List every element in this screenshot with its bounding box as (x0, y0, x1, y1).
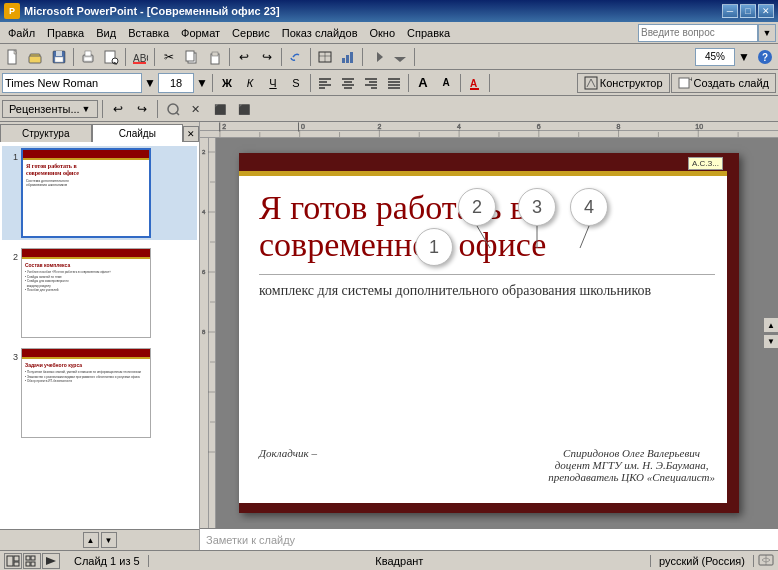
help-search-input[interactable] (638, 24, 758, 42)
svg-marker-107 (46, 557, 56, 565)
insert-chart[interactable] (337, 46, 359, 68)
align-right[interactable] (360, 72, 382, 94)
tab-structure[interactable]: Структура (0, 124, 92, 142)
notes-area[interactable]: Заметки к слайду (200, 528, 778, 550)
slide-sorter-button[interactable] (23, 553, 41, 569)
svg-text:6: 6 (537, 122, 541, 129)
new-slide-button[interactable]: + Создать слайд (671, 73, 776, 93)
svg-rect-24 (346, 55, 349, 63)
slide-thumb-2[interactable]: 2 Состав комплекса • Учебное пособие «Я … (2, 246, 197, 340)
increase-font[interactable]: A (412, 72, 434, 94)
callout-1: 1 (415, 228, 453, 266)
svg-rect-6 (56, 51, 62, 56)
slides-scroll-down[interactable]: ▼ (101, 532, 117, 548)
tb3-redo[interactable]: ↪ (131, 98, 153, 120)
font-color[interactable]: A (464, 72, 486, 94)
redo-button[interactable]: ↪ (256, 46, 278, 68)
separator2 (125, 48, 126, 66)
font-size-input[interactable] (158, 73, 194, 93)
copy-button[interactable] (181, 46, 203, 68)
collapse-button[interactable] (389, 46, 411, 68)
preview-button[interactable] (100, 46, 122, 68)
print-button[interactable] (77, 46, 99, 68)
menu-view[interactable]: Вид (90, 25, 122, 41)
tb3-btn4[interactable]: ⬛ (234, 98, 256, 120)
menu-window[interactable]: Окно (364, 25, 402, 41)
designer-button[interactable]: Конструктор (577, 73, 670, 93)
view-buttons (4, 553, 60, 569)
open-button[interactable] (25, 46, 47, 68)
slides-list: 1 Я готов работать всовременном офисе Си… (0, 142, 199, 529)
title-bar: P Microsoft PowerPoint - [Современный оф… (0, 0, 778, 22)
save-button[interactable] (48, 46, 70, 68)
bold-button[interactable]: Ж (216, 72, 238, 94)
cut-button[interactable]: ✂ (158, 46, 180, 68)
new-button[interactable] (2, 46, 24, 68)
paste-button[interactable] (204, 46, 226, 68)
italic-button[interactable]: К (239, 72, 261, 94)
tb3-btn1[interactable] (162, 98, 184, 120)
tabs-header: Структура Слайды ✕ (0, 122, 199, 142)
close-button[interactable]: ✕ (758, 4, 774, 18)
window-title: Microsoft PowerPoint - [Современный офис… (24, 5, 280, 17)
slides-scroll-up[interactable]: ▲ (83, 532, 99, 548)
align-left[interactable] (314, 72, 336, 94)
font-name-input[interactable] (2, 73, 142, 93)
svg-text:⬛: ⬛ (214, 103, 227, 116)
callout-3: 3 (518, 188, 556, 226)
spell-button[interactable]: ABC (129, 46, 151, 68)
expand-button[interactable] (366, 46, 388, 68)
underline-button[interactable]: Ч (262, 72, 284, 94)
separator-tb3-2 (157, 100, 158, 118)
tabs-close-button[interactable]: ✕ (183, 126, 199, 142)
menu-tools[interactable]: Сервис (226, 25, 276, 41)
slide-thumb-3[interactable]: 3 Задачи учебного курса • Получение базо… (2, 346, 197, 440)
normal-view-button[interactable] (4, 553, 22, 569)
standard-toolbar: ABC ✂ ↩ ↪ ▼ ? (0, 44, 778, 70)
strikethrough-button[interactable]: S (285, 72, 307, 94)
app-icon: P (4, 3, 20, 19)
font-size-dropdown[interactable]: ▼ (195, 72, 209, 94)
help-search-box: ▼ (638, 24, 776, 42)
zoom-dropdown[interactable]: ▼ (737, 46, 751, 68)
separator5 (281, 48, 282, 66)
undo-button[interactable]: ↩ (233, 46, 255, 68)
scroll-down-button[interactable]: ▼ (763, 333, 778, 349)
maximize-button[interactable]: □ (740, 4, 756, 18)
svg-rect-102 (14, 562, 19, 566)
align-center[interactable] (337, 72, 359, 94)
menu-edit[interactable]: Правка (41, 25, 90, 41)
scroll-up-button[interactable]: ▲ (763, 317, 778, 333)
menu-bar: Файл Правка Вид Вставка Формат Сервис По… (0, 22, 778, 44)
font-name-dropdown[interactable]: ▼ (143, 72, 157, 94)
slide-thumb-1[interactable]: 1 Я готов работать всовременном офисе Си… (2, 146, 197, 240)
menu-slideshow[interactable]: Показ слайдов (276, 25, 364, 41)
separator6 (310, 48, 311, 66)
tb3-undo[interactable]: ↩ (107, 98, 129, 120)
help-search-button[interactable]: ▼ (758, 24, 776, 42)
insert-table[interactable] (314, 46, 336, 68)
separator1 (73, 48, 74, 66)
menu-format[interactable]: Формат (175, 25, 226, 41)
menu-help[interactable]: Справка (401, 25, 456, 41)
tb3-btn2[interactable]: ✕ (186, 98, 208, 120)
decrease-font[interactable]: A (435, 72, 457, 94)
justify[interactable] (383, 72, 405, 94)
zoom-input[interactable] (695, 48, 735, 66)
svg-rect-23 (342, 58, 345, 63)
status-bar: Слайд 1 из 5 Квадрант русский (Россия) (0, 550, 778, 570)
content-area: │2 │0 2 4 6 8 10 (200, 122, 778, 550)
svg-text:10: 10 (695, 122, 703, 129)
hyperlink-button[interactable] (285, 46, 307, 68)
tab-slides[interactable]: Слайды (92, 124, 184, 142)
menu-insert[interactable]: Вставка (122, 25, 175, 41)
svg-rect-106 (31, 562, 35, 566)
help-button[interactable]: ? (754, 46, 776, 68)
reviewer-button[interactable]: Рецензенты... ▼ (2, 100, 98, 118)
tb3-btn3[interactable]: ⬛ (210, 98, 232, 120)
scroll-thumb[interactable] (763, 333, 778, 335)
slideshow-button[interactable] (42, 553, 60, 569)
comment-badge[interactable]: А.С.З... (688, 157, 723, 170)
minimize-button[interactable]: ─ (722, 4, 738, 18)
menu-file[interactable]: Файл (2, 25, 41, 41)
